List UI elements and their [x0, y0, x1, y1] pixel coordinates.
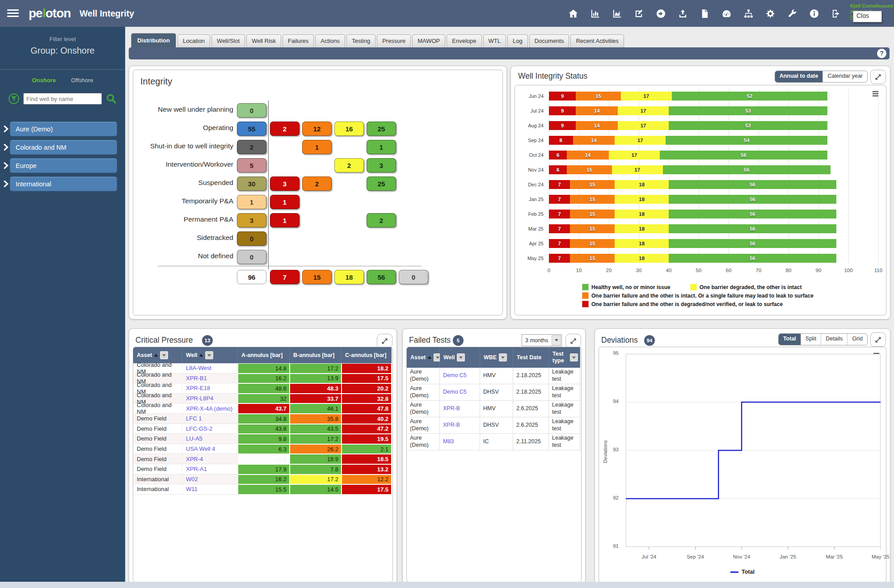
- column-menu-icon[interactable]: [457, 353, 465, 361]
- tab-recent-activities[interactable]: Recent Activities: [570, 34, 624, 47]
- integrity-cell-badge[interactable]: 25: [367, 176, 396, 191]
- integrity-count-badge[interactable]: 30: [237, 176, 266, 191]
- tab-documents[interactable]: Documents: [529, 34, 569, 47]
- sidebar-item-international[interactable]: International: [10, 176, 117, 191]
- sort-asc-icon[interactable]: [428, 354, 431, 359]
- deviations-button-details[interactable]: Details: [821, 334, 847, 345]
- tab-location[interactable]: Location: [177, 34, 210, 47]
- home-icon[interactable]: [568, 8, 578, 19]
- well-link[interactable]: XPR-X-4A (demo): [186, 405, 232, 412]
- well-link[interactable]: XPR-B: [443, 405, 460, 412]
- well-link[interactable]: M83: [443, 438, 454, 445]
- integrity-cell-badge[interactable]: 2: [334, 158, 364, 172]
- sort-asc-icon[interactable]: [199, 352, 203, 357]
- column-menu-icon[interactable]: [499, 353, 507, 361]
- well-link[interactable]: XPR-B: [443, 422, 460, 429]
- tab-distribution[interactable]: Distribution: [131, 33, 176, 47]
- column-menu-icon[interactable]: [160, 351, 168, 359]
- tab-actions[interactable]: Actions: [315, 34, 345, 47]
- arrow-right-circle-icon[interactable]: [656, 8, 666, 19]
- edit-icon[interactable]: [634, 8, 644, 19]
- integrity-cell-badge[interactable]: 1: [270, 195, 299, 209]
- tab-wtl[interactable]: WTL: [483, 34, 506, 47]
- upload-icon[interactable]: [678, 8, 688, 19]
- info-icon[interactable]: [809, 8, 819, 19]
- integrity-cell-badge[interactable]: 1: [270, 213, 299, 227]
- sidebar-item-colorado-and-nm[interactable]: Colorado and NM: [10, 140, 117, 155]
- tab-envelope[interactable]: Envelope: [447, 34, 481, 47]
- search-input[interactable]: [23, 93, 102, 105]
- sort-asc-icon[interactable]: [154, 352, 158, 357]
- gear-icon[interactable]: [765, 8, 776, 19]
- integrity-cell-badge[interactable]: 25: [367, 122, 396, 136]
- well-link[interactable]: XPR-4: [186, 456, 203, 462]
- integrity-cell-badge[interactable]: 1: [367, 140, 396, 154]
- well-link[interactable]: W11: [186, 486, 198, 492]
- integrity-cell-badge[interactable]: 12: [302, 122, 332, 136]
- integrity-count-badge[interactable]: 55: [237, 122, 266, 136]
- integrity-cell-badge[interactable]: 2: [302, 176, 332, 191]
- well-link[interactable]: USA Well 4: [186, 445, 215, 452]
- integrity-count-badge[interactable]: 0: [237, 103, 266, 118]
- expand-icon[interactable]: [377, 334, 392, 348]
- integrity-cell-badge[interactable]: 3: [270, 176, 299, 191]
- tab-failures[interactable]: Failures: [283, 34, 314, 47]
- integrity-count-badge[interactable]: 0: [237, 231, 266, 246]
- wis-button-calendar-year[interactable]: Calendar year: [822, 71, 867, 82]
- sidebar-item-europe[interactable]: Europe: [10, 158, 117, 173]
- well-link[interactable]: LFC-GS-2: [186, 425, 212, 432]
- logout-icon[interactable]: [831, 8, 841, 19]
- tab-pressure[interactable]: Pressure: [377, 34, 411, 47]
- bar-chart-icon[interactable]: [590, 8, 600, 19]
- gauge-icon[interactable]: [721, 8, 732, 19]
- integrity-count-badge[interactable]: 2: [237, 140, 266, 154]
- integrity-cell-badge[interactable]: 1: [302, 140, 332, 154]
- integrity-count-badge[interactable]: 5: [237, 158, 266, 172]
- integrity-cell-badge[interactable]: 2: [367, 213, 396, 227]
- integrity-cell-badge[interactable]: 2: [270, 122, 299, 136]
- document-icon[interactable]: [700, 8, 710, 19]
- integrity-count-badge[interactable]: 1: [237, 195, 266, 209]
- integrity-count-badge[interactable]: 0: [237, 250, 266, 264]
- tab-well-slot[interactable]: Well/Slot: [211, 34, 245, 47]
- well-link[interactable]: XPR-L8P4: [186, 395, 213, 402]
- chevron-right-icon[interactable]: [4, 126, 9, 133]
- tab-mawop[interactable]: MAWOP: [412, 34, 445, 47]
- well-link[interactable]: W02: [186, 476, 198, 483]
- tab-well-risk[interactable]: Well Risk: [246, 34, 281, 47]
- expand-icon[interactable]: [870, 70, 886, 84]
- integrity-cell-badge[interactable]: 16: [334, 122, 364, 136]
- help-icon[interactable]: ?: [877, 49, 886, 58]
- chevron-right-icon[interactable]: [4, 162, 9, 169]
- sidebar-item-aure-demo[interactable]: Aure (Demo): [10, 122, 117, 136]
- well-link[interactable]: LU-A5: [186, 435, 202, 442]
- expand-icon[interactable]: [565, 334, 581, 348]
- well-link[interactable]: XPR-A1: [186, 466, 207, 472]
- deviations-button-total[interactable]: Total: [779, 334, 801, 345]
- sidebar-tab-offshore[interactable]: Offshore: [71, 77, 93, 84]
- column-menu-icon[interactable]: [205, 351, 213, 359]
- well-link[interactable]: Demo C5: [443, 372, 467, 379]
- well-link[interactable]: XPR-B1: [186, 375, 207, 382]
- search-icon[interactable]: [105, 93, 117, 105]
- filter-funnel-icon[interactable]: [8, 93, 20, 105]
- tab-log[interactable]: Log: [507, 34, 528, 47]
- well-link[interactable]: XPR-E18: [186, 385, 210, 391]
- column-menu-icon[interactable]: [570, 353, 578, 361]
- deviations-button-split[interactable]: Split: [801, 334, 821, 345]
- integrity-count-badge[interactable]: 3: [237, 213, 266, 227]
- area-chart-icon[interactable]: [612, 8, 622, 19]
- wis-button-annual-to-date[interactable]: Annual to date: [775, 71, 823, 82]
- well-link[interactable]: L8A-West: [186, 365, 211, 371]
- sidebar-tab-onshore[interactable]: Onshore: [32, 77, 55, 84]
- chevron-right-icon[interactable]: [4, 144, 9, 151]
- wrench-icon[interactable]: [787, 8, 797, 19]
- deviations-button-grid[interactable]: Grid: [847, 334, 867, 345]
- well-link[interactable]: Demo C5: [443, 389, 467, 396]
- menu-icon[interactable]: [7, 9, 19, 17]
- chevron-right-icon[interactable]: [4, 181, 9, 188]
- well-link[interactable]: LFC 1: [186, 415, 202, 422]
- period-select[interactable]: 3 months: [522, 334, 562, 346]
- expand-icon[interactable]: [870, 332, 886, 347]
- integrity-cell-badge[interactable]: 3: [367, 158, 396, 172]
